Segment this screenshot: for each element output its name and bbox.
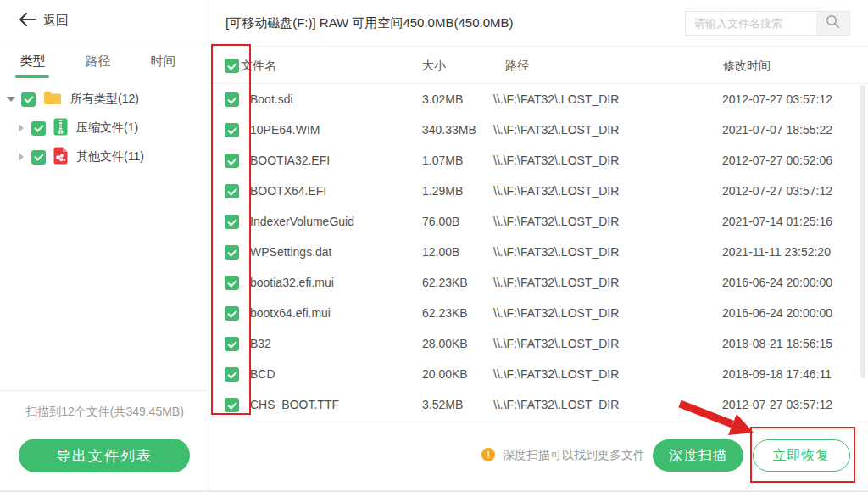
cell-file-size: 20.00KB	[422, 367, 468, 381]
tree-item-all-types[interactable]: 所有类型(12)	[0, 85, 209, 114]
row-checkbox[interactable]	[225, 92, 239, 107]
row-checkbox[interactable]	[225, 154, 239, 168]
row-checkbox[interactable]	[225, 184, 239, 198]
table-body: Boot.sdi 3.02MB \\.\F:\FAT32\.LOST_DIR 2…	[210, 84, 868, 420]
cell-file-path: \\.\F:\FAT32\.LOST_DIR	[493, 215, 619, 228]
back-button[interactable]: 返回	[0, 0, 209, 42]
cell-file-path: \\.\F:\FAT32\.LOST_DIR	[493, 276, 619, 289]
table-row[interactable]: BOOTX64.EFI 1.29MB \\.\F:\FAT32\.LOST_DI…	[210, 176, 868, 206]
cell-file-name: BOOTIA32.EFI	[250, 154, 330, 167]
tab-type[interactable]: 类型	[0, 53, 65, 70]
select-all-checkbox[interactable]	[225, 59, 239, 73]
table-row[interactable]: BOOTIA32.EFI 1.07MB \\.\F:\FAT32\.LOST_D…	[210, 145, 868, 176]
bottom-action-bar: ! 深度扫描可以找到更多文件 深度扫描 立即恢复	[210, 422, 868, 492]
tab-time[interactable]: 时间	[131, 53, 196, 70]
tree-item-label: 所有类型(12)	[70, 92, 139, 107]
main-header: [可移动磁盘(F:)] RAW 可用空间450.0MB(450.0MB)	[210, 0, 868, 47]
table-row[interactable]: bootia32.efi.mui 62.23KB \\.\F:\FAT32\.L…	[210, 267, 868, 298]
search-box	[685, 11, 850, 36]
drive-title: [可移动磁盘(F:)] RAW 可用空间450.0MB(450.0MB)	[225, 15, 514, 31]
cell-file-name: BCD	[250, 367, 275, 381]
row-checkbox[interactable]	[225, 245, 239, 260]
cell-file-modified: 2018-08-21 18:56:15	[722, 337, 832, 350]
search-button[interactable]	[816, 12, 849, 35]
deep-scan-button[interactable]: 深度扫描	[653, 439, 743, 472]
cell-file-path: \\.\F:\FAT32\.LOST_DIR	[493, 154, 619, 167]
row-checkbox[interactable]	[225, 276, 239, 290]
arrow-left-icon	[19, 13, 36, 30]
recover-now-button[interactable]: 立即恢复	[753, 439, 850, 472]
cell-file-size: 3.02MB	[422, 92, 463, 106]
column-header-name: 文件名	[241, 59, 276, 74]
table-row[interactable]: BCD 20.00KB \\.\F:\FAT32\.LOST_DIR 2018-…	[210, 359, 868, 389]
cell-file-name: CHS_BOOT.TTF	[250, 398, 339, 411]
cell-file-modified: 2016-06-24 20:00:00	[722, 306, 832, 320]
cell-file-size: 76.00B	[422, 215, 459, 228]
sidebar-footer: 扫描到12个文件(共349.45MB) 导出文件列表	[0, 390, 209, 492]
warning-icon: !	[481, 448, 495, 461]
tree-item-archives[interactable]: 压缩文件(1)	[0, 114, 209, 143]
chevron-right-icon[interactable]	[19, 124, 24, 132]
cell-file-name: B32	[250, 337, 271, 350]
chevron-down-icon[interactable]	[7, 97, 15, 102]
cell-file-path: \\.\F:\FAT32\.LOST_DIR	[493, 184, 619, 198]
row-checkbox[interactable]	[225, 215, 239, 229]
vertical-scrollbar[interactable]	[860, 85, 865, 378]
table-row[interactable]: IndexerVolumeGuid 76.00B \\.\F:\FAT32\.L…	[210, 206, 868, 237]
file-type-tree: 所有类型(12) 压缩文件(1)	[0, 85, 209, 171]
cell-file-path: \\.\F:\FAT32\.LOST_DIR	[493, 398, 619, 411]
cell-file-modified: 2012-07-27 03:57:12	[722, 184, 832, 198]
cell-file-modified: 2012-07-27 00:52:06	[722, 154, 832, 167]
cell-file-name: IndexerVolumeGuid	[250, 215, 354, 228]
archive-file-icon	[53, 118, 68, 139]
cell-file-modified: 2012-07-27 03:57:12	[722, 398, 832, 411]
sidebar-tabs: 类型 路径 时间	[0, 42, 209, 80]
row-checkbox[interactable]	[225, 367, 239, 382]
cell-file-modified: 2021-07-07 18:55:22	[722, 123, 832, 137]
cell-file-size: 340.33MB	[422, 123, 476, 137]
export-file-list-button[interactable]: 导出文件列表	[19, 439, 190, 472]
cell-file-modified: 2018-09-18 17:46:11	[722, 367, 832, 381]
cell-file-name: 10PE64.WIM	[250, 123, 320, 137]
column-header-size: 大小	[422, 59, 446, 74]
tab-path[interactable]: 路径	[65, 53, 131, 70]
back-label: 返回	[43, 13, 69, 29]
row-checkbox[interactable]	[225, 337, 239, 351]
cell-file-size: 62.23KB	[422, 276, 468, 289]
table-header: 文件名 大小 路径 修改时间	[210, 47, 868, 84]
tree-item-label: 压缩文件(1)	[76, 120, 138, 136]
table-row[interactable]: CHS_BOOT.TTF 3.52MB \\.\F:\FAT32\.LOST_D…	[210, 389, 868, 420]
cell-file-name: WPSettings.dat	[250, 245, 332, 259]
checkbox[interactable]	[21, 92, 36, 107]
sidebar: 返回 类型 路径 时间 所有类型(12)	[0, 0, 209, 492]
cell-file-name: BOOTX64.EFI	[250, 184, 326, 198]
table-row[interactable]: bootx64.efi.mui 62.23KB \\.\F:\FAT32\.LO…	[210, 298, 868, 328]
table-row[interactable]: WPSettings.dat 12.00B \\.\F:\FAT32\.LOST…	[210, 237, 868, 267]
cell-file-size: 12.00B	[422, 245, 459, 259]
cell-file-modified: 2021-07-14 01:25:16	[722, 215, 832, 228]
row-checkbox[interactable]	[225, 306, 239, 321]
cell-file-path: \\.\F:\FAT32\.LOST_DIR	[493, 92, 619, 106]
row-checkbox[interactable]	[225, 123, 239, 137]
cell-file-size: 28.00KB	[422, 337, 468, 350]
checkbox[interactable]	[31, 121, 46, 136]
chevron-right-icon[interactable]	[19, 153, 24, 161]
column-header-modified: 修改时间	[723, 59, 771, 74]
active-tab-underline	[15, 75, 49, 78]
checkbox[interactable]	[31, 150, 46, 165]
cell-file-name: Boot.sdi	[250, 92, 293, 106]
search-input[interactable]	[686, 12, 816, 35]
deep-scan-hint: 深度扫描可以找到更多文件	[503, 448, 645, 463]
table-row[interactable]: B32 28.00KB \\.\F:\FAT32\.LOST_DIR 2018-…	[210, 328, 868, 359]
tree-item-label: 其他文件(11)	[76, 149, 144, 165]
row-checkbox[interactable]	[225, 398, 239, 412]
cell-file-size: 1.29MB	[422, 184, 463, 198]
cell-file-path: \\.\F:\FAT32\.LOST_DIR	[493, 306, 619, 320]
table-row[interactable]: Boot.sdi 3.02MB \\.\F:\FAT32\.LOST_DIR 2…	[210, 84, 868, 115]
cell-file-path: \\.\F:\FAT32\.LOST_DIR	[493, 123, 619, 137]
cell-file-modified: 2016-06-24 20:00:00	[722, 276, 832, 289]
scan-summary: 扫描到12个文件(共349.45MB)	[0, 405, 209, 420]
table-row[interactable]: 10PE64.WIM 340.33MB \\.\F:\FAT32\.LOST_D…	[210, 115, 868, 145]
tree-item-other-files[interactable]: 其他文件(11)	[0, 143, 209, 171]
cell-file-modified: 2021-11-11 23:52:20	[722, 245, 831, 259]
